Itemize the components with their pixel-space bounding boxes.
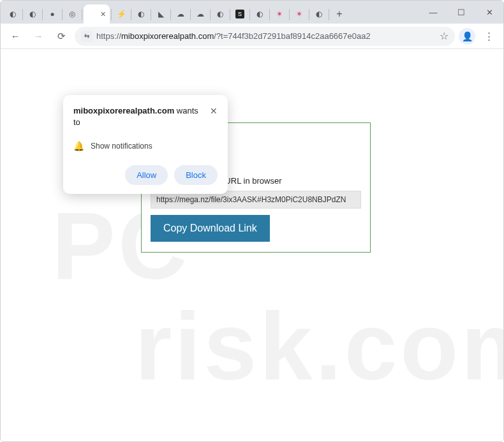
tab-favicon-icon: ✶ (275, 10, 284, 18)
tab-favicon-icon: ⚡ (117, 10, 126, 18)
url-scheme: https:// (96, 31, 121, 41)
tab-strip: ◐ ◐ ● ◎ ✕ ⚡ ◐ ◣ ☁ ☁ ◐ S ◐ ✶ ✶ ◐ + — ☐ (1, 1, 503, 24)
url-text: https://miboxpixorerealpath.com/?t=744f3… (96, 31, 371, 41)
tab-favicon-icon: ◐ (216, 10, 225, 18)
permission-site: miboxpixorerealpath.com (73, 106, 174, 115)
browser-window: ◐ ◐ ● ◎ ✕ ⚡ ◐ ◣ ☁ ☁ ◐ S ◐ ✶ ✶ ◐ + — ☐ (0, 0, 504, 442)
minimize-button[interactable]: — (419, 3, 447, 22)
browser-tab-active[interactable]: ✕ (84, 4, 110, 24)
tab-separator (309, 9, 309, 20)
permission-item-label: Show notifications (91, 142, 152, 151)
browser-tab[interactable]: S (232, 4, 248, 24)
tab-favicon-icon: ☁ (176, 10, 185, 18)
maximize-button[interactable]: ☐ (447, 3, 475, 22)
browser-tab[interactable]: ✶ (271, 4, 288, 24)
reload-button[interactable]: ⟳ (52, 27, 71, 46)
tab-separator (82, 9, 82, 20)
browser-tab[interactable]: ◐ (24, 4, 41, 24)
tab-favicon-icon (87, 10, 96, 18)
tab-favicon-icon: ◐ (137, 10, 145, 18)
tab-favicon-icon: S (235, 10, 244, 18)
notification-permission-popup: miboxpixorerealpath.com wants to ✕ 🔔 Sho… (63, 95, 228, 194)
tab-favicon-icon: ◣ (156, 10, 165, 18)
back-button[interactable]: ← (6, 27, 25, 46)
browser-tab[interactable]: ● (44, 4, 61, 24)
close-icon[interactable]: ✕ (100, 10, 106, 18)
browser-tab[interactable]: ◐ (4, 4, 21, 24)
browser-tab[interactable]: ☁ (172, 4, 189, 24)
browser-tab[interactable]: ◣ (152, 4, 169, 24)
tab-separator (151, 9, 151, 20)
browser-tab[interactable]: ◐ (311, 4, 327, 24)
browser-toolbar: ← → ⟳ ⇆ https://miboxpixorerealpath.com/… (1, 24, 503, 49)
profile-avatar[interactable]: 👤 (459, 28, 475, 45)
tab-separator (230, 9, 230, 20)
tab-separator (249, 9, 250, 20)
allow-button[interactable]: Allow (125, 165, 168, 185)
tab-separator (210, 9, 211, 20)
tab-favicon-icon: ◐ (255, 10, 264, 18)
tab-separator (42, 9, 43, 20)
tab-separator (62, 9, 63, 20)
permission-item: 🔔 Show notifications (73, 141, 218, 151)
tab-separator (269, 9, 270, 20)
permission-title: miboxpixorerealpath.com wants to (73, 105, 210, 128)
tab-separator (111, 9, 112, 20)
window-controls: — ☐ ✕ (419, 1, 503, 24)
tab-favicon-icon: ◐ (28, 10, 37, 18)
browser-tab[interactable]: ◎ (64, 4, 80, 24)
bell-icon: 🔔 (73, 141, 84, 151)
close-window-button[interactable]: ✕ (475, 3, 503, 22)
menu-button[interactable]: ⋮ (479, 27, 498, 46)
tab-separator (190, 9, 191, 20)
block-button[interactable]: Block (174, 165, 218, 185)
watermark-line2: risk.com (52, 297, 504, 397)
tab-separator (170, 9, 171, 20)
tab-favicon-icon: ◐ (315, 10, 323, 18)
tab-favicon-icon: ◎ (68, 10, 77, 18)
forward-button[interactable]: → (29, 27, 48, 46)
tab-separator (329, 9, 329, 20)
tab-favicon-icon: ☁ (196, 10, 205, 18)
browser-tab[interactable]: ☁ (192, 4, 209, 24)
bookmark-icon[interactable]: ☆ (440, 30, 448, 42)
page-content: PC risk.com ady... s: 2025 Copy and past… (1, 49, 503, 441)
browser-tab[interactable]: ◐ (251, 4, 268, 24)
site-settings-icon[interactable]: ⇆ (81, 31, 93, 42)
tab-favicon-icon: ✶ (295, 10, 304, 18)
tab-favicon-icon: ● (48, 10, 57, 18)
browser-tab[interactable]: ◐ (212, 4, 228, 24)
browser-tab[interactable]: ◐ (133, 4, 149, 24)
tab-separator (131, 9, 131, 20)
browser-tab[interactable]: ⚡ (113, 4, 130, 24)
close-icon[interactable]: ✕ (210, 107, 218, 115)
tab-separator (289, 9, 290, 20)
copy-download-link-button[interactable]: Copy Download Link (151, 215, 270, 242)
tab-separator (22, 9, 23, 20)
address-bar[interactable]: ⇆ https://miboxpixorerealpath.com/?t=744… (75, 27, 455, 46)
browser-tab[interactable]: ✶ (291, 4, 308, 24)
new-tab-button[interactable]: + (330, 8, 348, 24)
url-path: /?t=744f3b2d7291baf8914c2aa6667e0aa2 (214, 31, 370, 41)
tab-favicon-icon: ◐ (8, 10, 17, 18)
url-host: miboxpixorerealpath.com (121, 31, 214, 41)
